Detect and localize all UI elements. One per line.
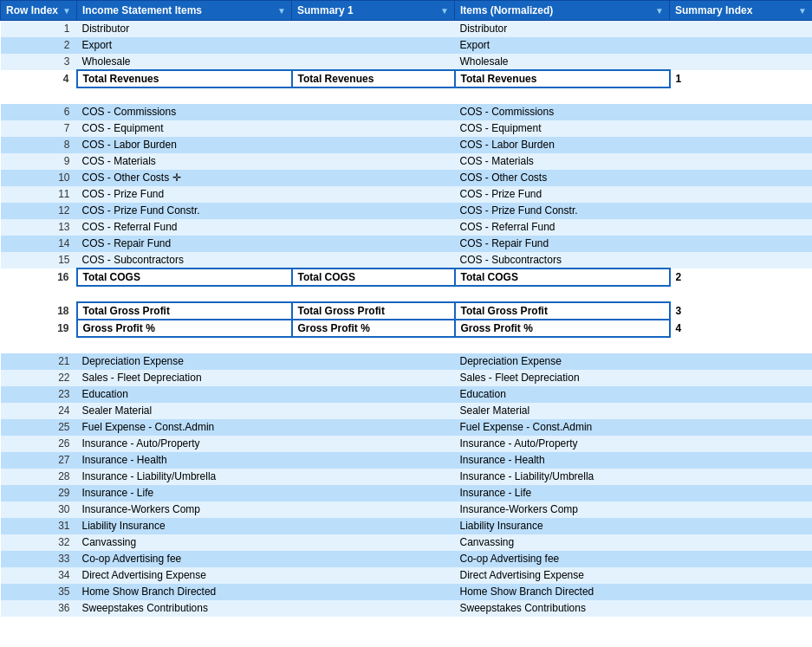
cell-summary1 (292, 501, 455, 518)
table-row: 22Sales - Fleet DepreciationSales - Flee… (1, 370, 813, 386)
cell-normalized (455, 87, 670, 104)
cell-row-index: 24 (1, 403, 77, 419)
cell-summary-index: 4 (670, 320, 813, 337)
table-row: 32CanvassingCanvassing (1, 534, 813, 551)
cell-income: Fuel Expense - Const.Admin (77, 419, 292, 436)
cell-normalized: Sealer Material (455, 403, 670, 419)
cell-row-index: 21 (1, 353, 77, 370)
cell-summary-index (670, 104, 813, 120)
col-header-summary-index[interactable]: Summary Index ▼ (670, 1, 813, 21)
cell-row-index (1, 87, 77, 104)
table-row: 6COS - CommissionsCOS - Commissions (1, 104, 813, 120)
table-row: 11COS - Prize FundCOS - Prize Fund (1, 186, 813, 203)
col-header-row-index[interactable]: Row Index ▼ (1, 1, 77, 21)
cell-normalized: COS - Other Costs (455, 170, 670, 186)
cell-summary-index (670, 403, 813, 419)
cell-summary-index (670, 252, 813, 269)
cell-summary-index (670, 170, 813, 186)
table-row: 4Total RevenuesTotal RevenuesTotal Reven… (1, 70, 813, 87)
cell-summary-index (670, 87, 813, 104)
cell-summary1: Total Revenues (292, 70, 455, 87)
cell-summary-index (670, 584, 813, 600)
cell-income: Insurance - Life (77, 485, 292, 501)
cell-income (77, 87, 292, 104)
cell-income: COS - Equipment (77, 120, 292, 137)
cell-normalized: Fuel Expense - Const.Admin (455, 419, 670, 436)
table-row: 35Home Show Branch DirectedHome Show Bra… (1, 584, 813, 600)
cell-row-index: 13 (1, 219, 77, 236)
cell-normalized: COS - Commissions (455, 104, 670, 120)
filter-icon-row-index[interactable]: ▼ (62, 6, 71, 16)
cell-summary-index (670, 419, 813, 436)
table-row: 18Total Gross ProfitTotal Gross ProfitTo… (1, 302, 813, 320)
cell-normalized: COS - Prize Fund Constr. (455, 203, 670, 219)
cell-normalized: Sales - Fleet Depreciation (455, 370, 670, 386)
cell-summary1 (292, 419, 455, 436)
cell-row-index: 33 (1, 551, 77, 567)
table-row: 34Direct Advertising ExpenseDirect Adver… (1, 567, 813, 584)
table-row: 33Co-op Advertising feeCo-op Advertising… (1, 551, 813, 567)
cell-income: Insurance - Health (77, 452, 292, 469)
cell-summary-index (670, 518, 813, 534)
table-row: 30Insurance-Workers CompInsurance-Worker… (1, 501, 813, 518)
filter-icon-income[interactable]: ▼ (277, 6, 286, 16)
cell-summary1 (292, 370, 455, 386)
cell-row-index: 15 (1, 252, 77, 269)
cell-normalized: Co-op Advertising fee (455, 551, 670, 567)
cell-normalized: Wholesale (455, 54, 670, 70)
cell-income: COS - Materials (77, 153, 292, 170)
cell-income: Depreciation Expense (77, 353, 292, 370)
cell-summary1 (292, 485, 455, 501)
cell-row-index: 11 (1, 186, 77, 203)
cell-row-index: 4 (1, 70, 77, 87)
cell-summary1: Total Gross Profit (292, 302, 455, 320)
cell-normalized: Total COGS (455, 269, 670, 286)
cell-row-index: 32 (1, 534, 77, 551)
cell-income: Export (77, 37, 292, 54)
filter-icon-normalized[interactable]: ▼ (655, 6, 664, 16)
cell-summary-index (670, 120, 813, 137)
table-row: 36Sweepstakes ContributionsSweepstakes C… (1, 600, 813, 617)
cell-income: Distributor (77, 21, 292, 37)
col-header-income-statement-items[interactable]: Income Statement Items ▼ (77, 1, 292, 21)
cell-income (77, 286, 292, 302)
col-header-summary-1[interactable]: Summary 1 ▼ (292, 1, 455, 21)
cell-summary-index (670, 236, 813, 252)
col-header-items-normalized[interactable]: Items (Normalized) ▼ (455, 1, 670, 21)
cell-summary-index (670, 600, 813, 617)
cell-summary1 (292, 203, 455, 219)
cell-income: Liability Insurance (77, 518, 292, 534)
cell-summary1 (292, 252, 455, 269)
cell-summary-index (670, 485, 813, 501)
cell-summary-index (670, 567, 813, 584)
cell-summary1 (292, 286, 455, 302)
cell-summary-index: 3 (670, 302, 813, 320)
cell-summary-index (670, 54, 813, 70)
table-header-row: Row Index ▼ Income Statement Items ▼ Sum… (1, 1, 813, 21)
cell-income: Insurance-Workers Comp (77, 501, 292, 518)
cell-row-index: 26 (1, 436, 77, 452)
cell-row-index: 23 (1, 386, 77, 403)
table-row: 19Gross Profit %Gross Profit %Gross Prof… (1, 320, 813, 337)
table-row: 21Depreciation ExpenseDepreciation Expen… (1, 353, 813, 370)
cell-summary1 (292, 386, 455, 403)
cell-income: Sales - Fleet Depreciation (77, 370, 292, 386)
cell-normalized: Insurance - Life (455, 485, 670, 501)
table-row: 29Insurance - LifeInsurance - Life (1, 485, 813, 501)
cell-income: COS - Subcontractors (77, 252, 292, 269)
table-row: 13COS - Referral FundCOS - Referral Fund (1, 219, 813, 236)
cell-income: Canvassing (77, 534, 292, 551)
table-row: 23EducationEducation (1, 386, 813, 403)
table-row: 7COS - EquipmentCOS - Equipment (1, 120, 813, 137)
cell-income: Total Revenues (77, 70, 292, 87)
table-row: 9COS - MaterialsCOS - Materials (1, 153, 813, 170)
cell-income: Direct Advertising Expense (77, 567, 292, 584)
table-row: 3WholesaleWholesale (1, 54, 813, 70)
table-row: 2ExportExport (1, 37, 813, 54)
cell-summary1 (292, 170, 455, 186)
filter-icon-summary-index[interactable]: ▼ (798, 6, 807, 16)
cell-income: Co-op Advertising fee (77, 551, 292, 567)
cell-row-index: 31 (1, 518, 77, 534)
filter-icon-summary1[interactable]: ▼ (440, 6, 449, 16)
cell-summary1 (292, 469, 455, 485)
